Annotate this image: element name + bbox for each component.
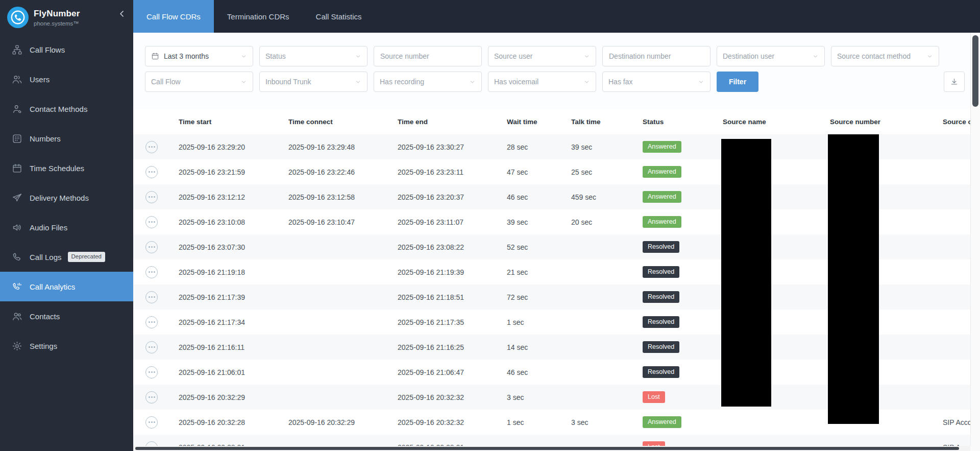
wait-time-cell: 28 sec [507,143,571,151]
control-label: Source user [494,52,580,60]
inbound-trunk-select[interactable]: Inbound Trunk [259,72,368,92]
tab-call-statistics[interactable]: Call Statistics [303,0,375,33]
status-cell: Resolved [643,341,723,353]
horizontal-scrollbar[interactable] [133,446,970,451]
row-actions-cell [133,341,179,353]
brand-subtitle: phone.systems™ [34,20,80,27]
redaction-overlay-source-name [721,139,771,407]
sidebar-item-settings[interactable]: Settings [0,331,133,361]
topbar-tabs: Call Flow CDRsTermination CDRsCall Stati… [133,0,980,33]
sidebar-item-contact-methods[interactable]: Contact Methods [0,94,133,124]
status-cell: Answered [643,191,723,203]
chevron-down-icon [469,79,476,85]
download-icon [949,77,959,87]
talk-time-cell: 25 sec [571,168,643,176]
row-actions-button[interactable] [145,166,158,178]
status-badge: Resolved [643,341,679,353]
audio-files-icon [11,222,22,233]
row-actions-button[interactable] [145,266,158,278]
row-actions-button[interactable] [145,241,158,253]
contacts-icon [11,311,22,322]
sidebar-item-call-flows[interactable]: Call Flows [0,35,133,64]
time-start-cell: 2025-09-16 23:10:08 [179,218,288,226]
time-end-cell: 2025-09-16 20:32:32 [398,418,507,426]
row-actions-button[interactable] [145,141,158,153]
chevron-down-icon [583,53,590,60]
row-actions-button[interactable] [145,291,158,303]
has-fax-select[interactable]: Has fax [602,72,710,92]
time-start-cell: 2025-09-16 23:21:59 [179,168,288,176]
time-end-cell: 2025-09-16 23:08:22 [398,243,507,251]
row-actions-button[interactable] [145,366,158,378]
talk-time-cell: 3 sec [571,418,643,426]
row-actions-button[interactable] [145,341,158,353]
destination-number-input[interactable] [602,46,710,66]
control-label: Destination user [723,52,809,60]
control-label: Last 3 months [164,52,237,60]
row-actions-cell [133,416,179,429]
last-3-months-date-picker[interactable]: Last 3 months [145,46,253,66]
sidebar-item-delivery-methods[interactable]: Delivery Methods [0,183,133,212]
row-actions-button[interactable] [145,441,158,446]
sidebar-item-label: Call Analytics [30,282,75,291]
source-user-select[interactable]: Source user [488,46,596,66]
has-voicemail-select[interactable]: Has voicemail [488,72,596,92]
column-header-time-connect: Time connect [288,118,398,126]
numbers-icon [11,133,22,144]
filter-button[interactable]: Filter [717,72,758,92]
status-cell: Resolved [643,316,723,328]
export-button[interactable] [944,72,965,92]
status-select[interactable]: Status [259,46,368,66]
row-actions-button[interactable] [145,391,158,403]
brand-text: FlyNumber phone.systems™ [34,9,80,27]
settings-icon [11,340,22,351]
row-actions-button[interactable] [145,216,158,228]
sidebar-item-call-logs[interactable]: Call LogsDeprecated [0,242,133,272]
contact-methods-icon [11,103,22,114]
sidebar-item-time-schedules[interactable]: Time Schedules [0,153,133,183]
source-contact-cell: SIP Accou [943,418,970,426]
call-flows-icon [11,44,22,55]
horizontal-scrollbar-thumb[interactable] [135,447,959,450]
row-actions-cell [133,316,179,328]
row-actions-button[interactable] [145,191,158,203]
status-badge: Resolved [643,291,679,303]
control-label: Has recording [380,78,466,86]
vertical-scrollbar[interactable] [970,33,980,446]
status-cell: Resolved [643,366,723,378]
tab-termination-cdrs[interactable]: Termination CDRs [214,0,303,33]
chevron-down-icon [698,79,704,85]
sidebar-item-numbers[interactable]: Numbers [0,124,133,153]
time-end-cell: 2025-09-16 21:16:25 [398,343,507,351]
control-label: Call Flow [151,78,237,86]
control-label: Has voicemail [494,78,580,86]
sidebar-item-call-analytics[interactable]: Call Analytics [0,272,133,301]
column-header-source-co: Source co [943,118,970,126]
column-header-time-end: Time end [398,118,507,126]
sidebar-collapse-button[interactable] [117,9,127,21]
brand-name: FlyNumber [34,9,80,19]
sidebar-item-label: Call Logs [30,253,62,262]
source-contact-method-select[interactable]: Source contact method [831,46,939,66]
destination-user-select[interactable]: Destination user [717,46,825,66]
app-root: FlyNumber phone.systems™ Call FlowsUsers… [0,0,980,451]
sidebar-item-users[interactable]: Users [0,64,133,94]
sidebar-item-contacts[interactable]: Contacts [0,301,133,331]
delivery-methods-icon [11,192,22,203]
call-flow-select[interactable]: Call Flow [145,72,253,92]
source-number-input[interactable] [374,46,482,66]
talk-time-cell: 459 sec [571,193,643,201]
row-actions-button[interactable] [145,316,158,328]
status-badge: Resolved [643,241,679,253]
time-start-cell: 2025-09-16 23:12:12 [179,193,288,201]
wait-time-cell: 52 sec [507,243,571,251]
has-recording-select[interactable]: Has recording [374,72,482,92]
chevron-down-icon [926,53,933,60]
row-actions-button[interactable] [145,416,158,429]
tab-call-flow-cdrs[interactable]: Call Flow CDRs [133,0,214,33]
sidebar-item-audio-files[interactable]: Audio Files [0,212,133,242]
wait-time-cell: 1 sec [507,418,571,426]
row-actions-cell [133,241,179,253]
time-start-cell: 2025-09-16 21:16:11 [179,343,288,351]
vertical-scrollbar-thumb[interactable] [972,35,978,107]
